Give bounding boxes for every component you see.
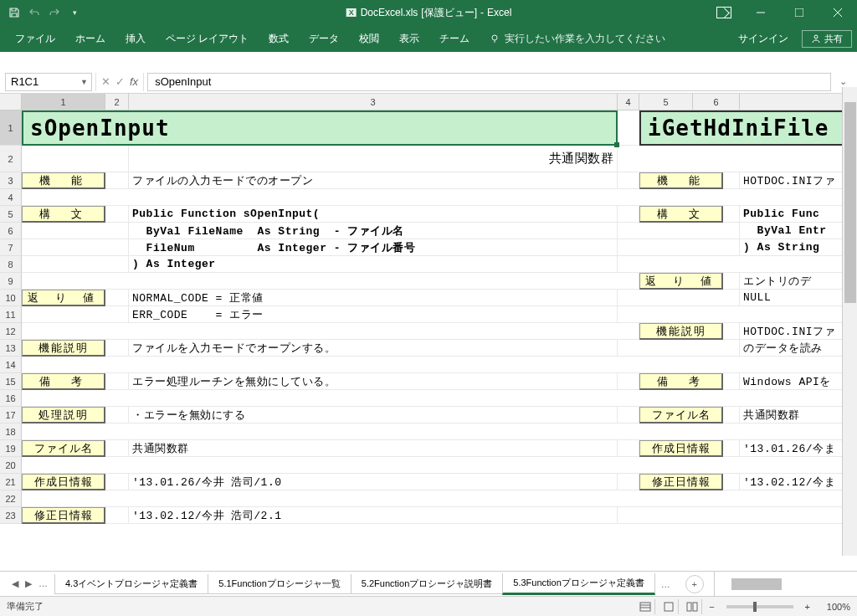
function-title-right[interactable]: iGetHdIniFile: [639, 110, 849, 146]
zoom-level[interactable]: 100%: [817, 602, 850, 612]
sheet-tab[interactable]: 5.2Functionプロシージャ説明書: [351, 574, 503, 594]
section-label[interactable]: 返 り 値: [639, 273, 723, 290]
row-header[interactable]: 3: [0, 172, 22, 189]
tab-data[interactable]: データ: [299, 25, 349, 52]
cell-text[interactable]: ・エラーを無効にする: [129, 407, 618, 424]
cell-text[interactable]: ERR_CODE = エラー: [129, 306, 618, 323]
col-header[interactable]: [740, 94, 849, 110]
section-label[interactable]: 修正日情報: [639, 474, 723, 490]
row-header[interactable]: 11: [0, 306, 22, 323]
tab-formulas[interactable]: 数式: [259, 25, 299, 52]
cell-text[interactable]: Public Function sOpenInput(: [129, 206, 618, 223]
vertical-scrollbar[interactable]: [842, 87, 857, 556]
formula-expand-icon[interactable]: ⌄: [834, 76, 852, 87]
enter-formula-icon[interactable]: ✓: [115, 75, 125, 88]
cell-text[interactable]: '13.01.26/今ま: [740, 440, 849, 457]
cell-text[interactable]: のデータを読み: [740, 340, 849, 357]
row-header[interactable]: 1: [0, 110, 22, 146]
section-label[interactable]: 作成日情報: [639, 440, 723, 457]
fx-icon[interactable]: fx: [130, 75, 138, 88]
signin-link[interactable]: サインイン: [730, 32, 797, 46]
sheet-tab-active[interactable]: 5.3Functionプロシージャ定義書: [502, 573, 654, 595]
section-label[interactable]: 備 考: [639, 373, 723, 390]
cell-text[interactable]: Public Func: [740, 206, 849, 223]
section-label[interactable]: 機 能: [22, 172, 105, 189]
formula-input[interactable]: sOpenInput: [147, 73, 831, 91]
tab-page-layout[interactable]: ページ レイアウト: [156, 25, 259, 52]
row-header[interactable]: 5: [0, 206, 22, 223]
cell-text[interactable]: '13.01.26/今井 浩司/1.0: [129, 474, 618, 490]
cell-text[interactable]: 共通関数群: [740, 407, 849, 424]
cell-text[interactable]: ) As String: [740, 239, 849, 256]
zoom-in-button[interactable]: +: [802, 602, 813, 612]
row-header[interactable]: 13: [0, 340, 22, 357]
row-header[interactable]: 9: [0, 273, 22, 290]
col-header[interactable]: 3: [129, 94, 618, 110]
row-header[interactable]: 12: [0, 323, 22, 340]
section-label[interactable]: ファイル名: [639, 407, 723, 424]
cell-text[interactable]: 共通関数群: [129, 440, 618, 457]
name-box-dropdown-icon[interactable]: ▼: [80, 78, 88, 86]
section-label[interactable]: 作成日情報: [22, 474, 105, 490]
tab-review[interactable]: 校閲: [349, 25, 389, 52]
tellme-search[interactable]: 実行したい作業を入力してください: [480, 32, 675, 46]
sheet-tab[interactable]: 4.3イベントプロシージャ定義書: [54, 574, 208, 594]
section-label[interactable]: 処理説明: [22, 407, 105, 424]
zoom-out-button[interactable]: −: [706, 602, 717, 612]
new-sheet-button[interactable]: +: [685, 575, 704, 593]
tab-insert[interactable]: 挿入: [115, 25, 156, 52]
tab-nav-prev-icon[interactable]: ◀: [12, 578, 18, 589]
row-header[interactable]: 20: [0, 457, 22, 474]
section-label[interactable]: ファイル名: [22, 440, 105, 457]
sheet-tab[interactable]: 5.1Functionプロシージャ一覧: [208, 574, 351, 594]
row-header[interactable]: 19: [0, 440, 22, 457]
tab-team[interactable]: チーム: [429, 25, 480, 52]
section-label[interactable]: 機能説明: [22, 340, 105, 357]
row-header[interactable]: 4: [0, 189, 22, 206]
section-label[interactable]: 返 り 値: [22, 290, 105, 306]
col-header[interactable]: 6: [693, 94, 740, 110]
cell-text[interactable]: ファイルの入力モードでのオープン: [129, 172, 618, 189]
scroll-thumb[interactable]: [844, 102, 856, 303]
cell-text[interactable]: HOTDOC.INIファ: [740, 172, 849, 189]
cell-text[interactable]: エントリのデ: [740, 273, 849, 290]
row-header[interactable]: 8: [0, 256, 22, 273]
tab-nav-next-icon[interactable]: ▶: [25, 578, 32, 589]
cancel-formula-icon[interactable]: ✕: [101, 75, 110, 88]
horizontal-scrollbar[interactable]: [731, 578, 782, 590]
qat-dropdown-icon[interactable]: ▾: [67, 5, 82, 20]
tab-nav-more-icon[interactable]: …: [38, 578, 48, 589]
maximize-button[interactable]: [780, 0, 819, 25]
close-button[interactable]: [819, 0, 857, 25]
tab-view[interactable]: 表示: [389, 25, 429, 52]
minimize-button[interactable]: [742, 0, 780, 25]
cell-text[interactable]: NULL: [740, 290, 849, 306]
row-header[interactable]: 17: [0, 407, 22, 424]
share-button[interactable]: 共有: [802, 30, 852, 48]
section-label[interactable]: 機能説明: [639, 323, 723, 340]
cell-text[interactable]: ) As Integer: [129, 256, 618, 273]
section-label[interactable]: 修正日情報: [22, 507, 105, 524]
cell-text[interactable]: ファイルを入力モードでオープンする。: [129, 340, 618, 357]
select-all-corner[interactable]: [0, 94, 22, 110]
undo-icon[interactable]: [27, 5, 42, 20]
cell-text[interactable]: '13.02.12/今ま: [740, 474, 849, 490]
row-header[interactable]: 16: [0, 390, 22, 407]
name-box[interactable]: R1C1 ▼: [5, 73, 92, 91]
view-page-break-icon[interactable]: [682, 599, 702, 614]
tab-home[interactable]: ホーム: [65, 25, 115, 52]
subtitle[interactable]: 共通関数群: [129, 146, 618, 172]
cell-text[interactable]: HOTDOC.INIファ: [740, 323, 849, 340]
col-header[interactable]: 4: [618, 94, 639, 110]
col-header[interactable]: 2: [105, 94, 129, 110]
cell-text[interactable]: NORMAL_CODE = 正常値: [129, 290, 618, 306]
ribbon-display-icon[interactable]: [716, 7, 731, 18]
section-label[interactable]: 機 能: [639, 172, 723, 189]
row-header[interactable]: 15: [0, 373, 22, 390]
tab-nav-more-icon[interactable]: …: [654, 579, 677, 589]
view-normal-icon[interactable]: [635, 599, 655, 614]
function-title-left[interactable]: sOpenInput: [22, 110, 618, 146]
zoom-slider[interactable]: [726, 605, 793, 608]
section-label[interactable]: 構 文: [639, 206, 723, 223]
tab-file[interactable]: ファイル: [5, 25, 65, 52]
